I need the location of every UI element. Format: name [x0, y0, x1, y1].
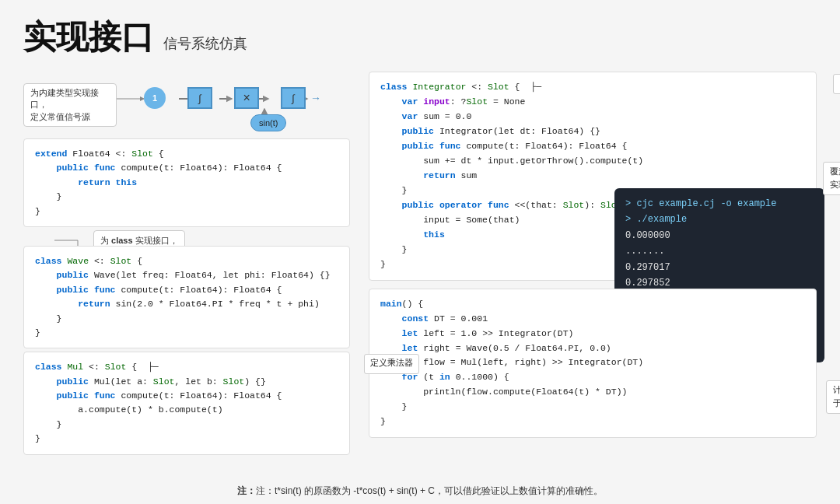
- terminal-line-2: > ./example: [625, 212, 814, 227]
- terminal-line-1: > cjc example.cj -o example: [625, 196, 814, 212]
- annotation-mul: 定义乘法器: [364, 354, 419, 374]
- terminal-output-2: 0.297017: [625, 260, 814, 275]
- flow-node-1: 1: [144, 87, 166, 109]
- code-panel-main: 计算过程也体现了基于接口的多态机制 main() { const DT = 0.…: [369, 289, 817, 439]
- flow-sine-node: sin(t): [250, 114, 286, 131]
- page-title-main: 实现接口: [23, 16, 154, 59]
- flow-multiply: ×: [234, 87, 259, 109]
- code-panel-wave: class Wave <: Slot { public Wave(let fre…: [23, 246, 350, 348]
- callout-builtin-type: 为内建类型实现接口，定义常值信号源: [23, 83, 117, 127]
- annotation-integrator: 定义积分器: [833, 74, 840, 94]
- code-panel-float64: extend Float64 <: Slot { public func com…: [23, 138, 350, 227]
- main-columns: 为内建类型实现接口，定义常值信号源: [23, 72, 817, 482]
- annotation-polymorphism: 计算过程也体现了基于接口的多态机制: [826, 380, 840, 414]
- page-title-sub: 信号系统仿真: [163, 34, 247, 53]
- header: 实现接口 信号系统仿真: [23, 16, 817, 59]
- terminal-output-1: 0.000000: [625, 228, 814, 243]
- left-column: 为内建类型实现接口，定义常值信号源: [23, 72, 350, 482]
- annotation-override: 覆盖接口中有默认实现的成员函数: [823, 162, 840, 195]
- code-panel-mul: 定义乘法器 class Mul <: Slot { ├─ public Mul(…: [23, 352, 350, 454]
- flow-integrator-1: ∫: [187, 87, 212, 109]
- right-column: 定义积分器 覆盖接口中有默认实现的成员函数 class Integrator <…: [369, 72, 817, 482]
- bottom-note: 注：注：t*sin(t) 的原函数为 -t*cos(t) + sin(t) + …: [237, 485, 603, 498]
- flow-integrator-2: ∫: [281, 87, 306, 109]
- page: 实现接口 信号系统仿真 为内建类型实现接口，定义常值信号源: [0, 0, 840, 504]
- terminal-output-dots: .......: [625, 243, 814, 259]
